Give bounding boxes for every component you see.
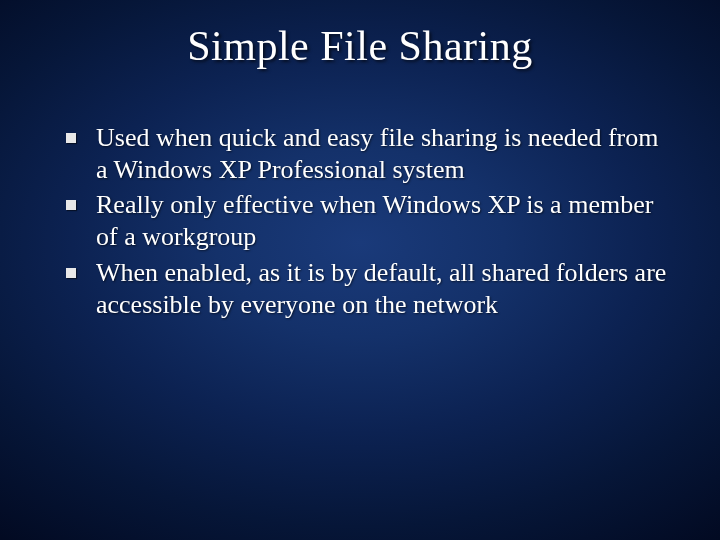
slide-title: Simple File Sharing <box>48 22 672 70</box>
list-item: Really only effective when Windows XP is… <box>52 189 668 252</box>
list-item: When enabled, as it is by default, all s… <box>52 257 668 320</box>
slide: Simple File Sharing Used when quick and … <box>0 0 720 540</box>
bullet-list: Used when quick and easy file sharing is… <box>48 122 672 320</box>
list-item: Used when quick and easy file sharing is… <box>52 122 668 185</box>
